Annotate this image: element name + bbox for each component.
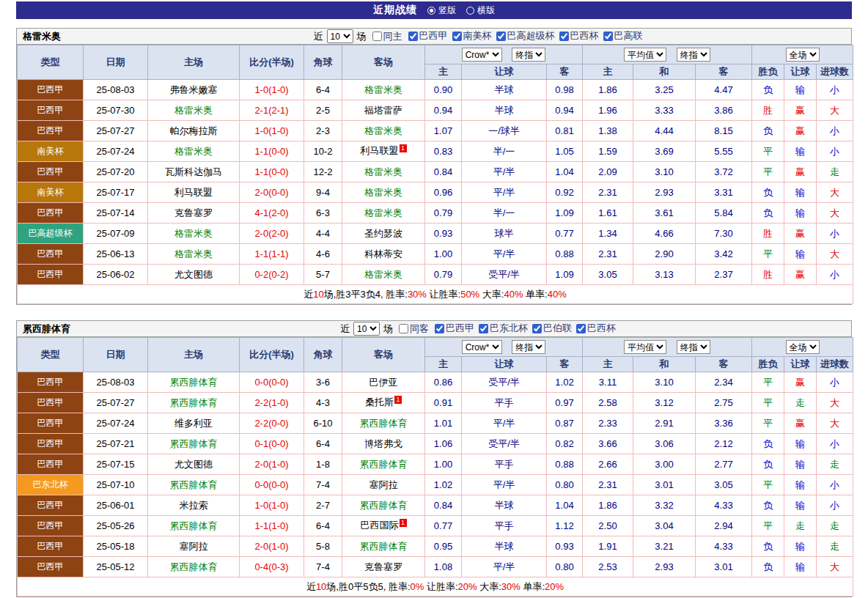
league-checkbox[interactable]: [479, 324, 488, 333]
team-link[interactable]: 圣约瑟波: [364, 228, 402, 239]
league-checkbox[interactable]: [496, 32, 506, 41]
match-count-select[interactable]: 10: [353, 322, 380, 336]
league-checkbox[interactable]: [532, 324, 542, 333]
away-team[interactable]: 格雷米奥: [342, 182, 425, 203]
same-venue-checkbox[interactable]: [399, 324, 408, 333]
team-link[interactable]: 桑托斯: [365, 397, 394, 408]
home-team[interactable]: 尤文图德: [148, 265, 240, 285]
team-link[interactable]: 累西腓体育: [170, 397, 218, 408]
team-link[interactable]: 累西腓体育: [360, 418, 408, 429]
league-checkbox[interactable]: [408, 32, 418, 41]
league-checkbox[interactable]: [435, 324, 444, 333]
team-link[interactable]: 弗鲁米嫩塞: [170, 84, 218, 95]
team-link[interactable]: 尤文图德: [174, 269, 213, 280]
home-team[interactable]: 累西腓体育: [148, 557, 240, 577]
league-filter[interactable]: 巴高超级杯: [496, 29, 555, 43]
team-link[interactable]: 帕尔梅拉斯: [170, 125, 218, 136]
home-team[interactable]: 格雷米奥: [148, 100, 240, 121]
league-filter[interactable]: 巴西杯: [559, 29, 599, 43]
team-link[interactable]: 格雷米奥: [174, 105, 213, 116]
away-team[interactable]: 累西腓体育: [342, 454, 425, 475]
team-link[interactable]: 尤文图德: [174, 459, 213, 470]
europe-stage-select[interactable]: 终指: [677, 48, 710, 62]
same-venue-checkbox[interactable]: [372, 32, 382, 41]
home-team[interactable]: 格雷米奥: [148, 141, 240, 162]
layout-radio-vertical[interactable]: 竖版: [427, 4, 456, 17]
average-odds-select[interactable]: 平均值: [624, 340, 666, 354]
home-team[interactable]: 累西腓体育: [148, 516, 240, 536]
team-link[interactable]: 瓦斯科达伽马: [165, 166, 222, 177]
home-team[interactable]: 累西腓体育: [148, 372, 240, 393]
league-checkbox[interactable]: [559, 32, 569, 41]
home-team[interactable]: 累西腓体育: [148, 475, 240, 495]
team-link[interactable]: 格雷米奥: [364, 166, 402, 177]
league-filter[interactable]: 巴高联: [603, 29, 643, 43]
away-team[interactable]: 桑托斯1: [342, 393, 425, 413]
home-team[interactable]: 利马联盟: [148, 182, 240, 203]
league-filter[interactable]: 巴东北杯: [479, 322, 528, 335]
home-team[interactable]: 格雷米奥: [148, 244, 240, 265]
home-team[interactable]: 弗鲁米嫩塞: [148, 80, 240, 100]
team-link[interactable]: 累西腓体育: [360, 459, 408, 470]
team-link[interactable]: 累西腓体育: [170, 561, 218, 572]
away-team[interactable]: 福塔雷萨: [342, 100, 425, 121]
team-link[interactable]: 博塔弗戈: [364, 438, 402, 449]
away-team[interactable]: 科林蒂安: [342, 244, 425, 265]
same-venue-filter[interactable]: 同客: [399, 322, 429, 336]
home-team[interactable]: 克鲁塞罗: [148, 203, 240, 224]
scope-select[interactable]: 全场: [786, 48, 820, 62]
team-link[interactable]: 格雷米奥: [174, 248, 213, 259]
team-link[interactable]: 福塔雷萨: [364, 105, 402, 116]
away-team[interactable]: 博塔弗戈: [342, 434, 425, 454]
away-team[interactable]: 圣约瑟波: [342, 224, 425, 244]
team-link[interactable]: 累西腓体育: [360, 500, 408, 511]
home-team[interactable]: 塞阿拉: [148, 536, 240, 557]
away-team[interactable]: 格雷米奥: [342, 203, 425, 224]
home-team[interactable]: 米拉索: [148, 495, 240, 516]
league-checkbox[interactable]: [452, 32, 462, 41]
league-filter[interactable]: 巴西甲: [435, 322, 474, 335]
away-team[interactable]: 巴伊亚: [342, 372, 425, 393]
away-team[interactable]: 格雷米奥: [342, 80, 425, 100]
league-filter[interactable]: 巴西甲: [408, 29, 448, 43]
europe-stage-select[interactable]: 终指: [677, 340, 710, 354]
team-link[interactable]: 累西腓体育: [170, 377, 218, 388]
team-link[interactable]: 格雷米奥: [174, 228, 213, 239]
team-link[interactable]: 科林蒂安: [364, 248, 402, 259]
away-team[interactable]: 克鲁塞罗: [342, 557, 425, 577]
team-link[interactable]: 巴伊亚: [369, 377, 398, 388]
team-link[interactable]: 累西腓体育: [360, 541, 408, 552]
away-team[interactable]: 格雷米奥: [342, 162, 425, 182]
home-team[interactable]: 帕尔梅拉斯: [148, 121, 240, 141]
away-team[interactable]: 累西腓体育: [342, 495, 425, 516]
away-team[interactable]: 累西腓体育: [342, 536, 425, 557]
home-team[interactable]: 累西腓体育: [148, 393, 240, 413]
bookmaker-select[interactable]: Crow*: [462, 340, 502, 354]
team-link[interactable]: 克鲁塞罗: [364, 561, 402, 572]
home-team[interactable]: 瓦斯科达伽马: [148, 162, 240, 182]
team-link[interactable]: 格雷米奥: [364, 84, 402, 95]
team-link[interactable]: 累西腓体育: [170, 520, 218, 531]
team-link[interactable]: 累西腓体育: [170, 479, 218, 490]
away-team[interactable]: 巴西国际1: [342, 516, 425, 536]
away-team[interactable]: 累西腓体育: [342, 413, 425, 434]
handicap-stage-select[interactable]: 终指: [512, 48, 545, 62]
scope-select[interactable]: 全场: [786, 340, 820, 354]
team-link[interactable]: 格雷米奥: [174, 146, 213, 157]
away-team[interactable]: 格雷米奥: [342, 121, 425, 141]
league-checkbox[interactable]: [576, 324, 586, 333]
home-team[interactable]: 累西腓体育: [148, 434, 240, 454]
away-team[interactable]: 格雷米奥: [342, 265, 425, 285]
team-link[interactable]: 格雷米奥: [364, 207, 402, 218]
layout-radio-horizontal[interactable]: 横版: [466, 4, 495, 17]
home-team[interactable]: 格雷米奥: [148, 224, 240, 244]
same-venue-filter[interactable]: 同主: [372, 30, 402, 43]
team-link[interactable]: 克鲁塞罗: [174, 207, 213, 218]
team-link[interactable]: 利马联盟: [174, 187, 213, 198]
league-filter[interactable]: 巴伯联: [532, 322, 572, 335]
bookmaker-select[interactable]: Crow*: [462, 48, 502, 62]
team-link[interactable]: 利马联盟: [361, 146, 399, 157]
handicap-stage-select[interactable]: 终指: [512, 340, 545, 354]
average-odds-select[interactable]: 平均值: [624, 48, 666, 62]
team-link[interactable]: 格雷米奥: [364, 125, 402, 136]
